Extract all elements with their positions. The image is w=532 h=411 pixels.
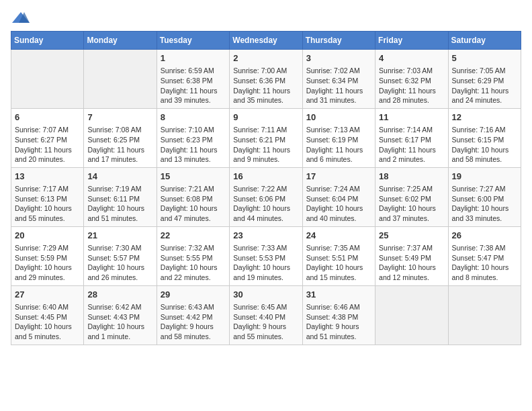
sunset-text: Sunset: 5:59 PM — [15, 253, 80, 263]
sunset-text: Sunset: 6:06 PM — [233, 194, 298, 204]
daylight-text: Daylight: 10 hours and 29 minutes. — [15, 263, 80, 282]
header-tuesday: Tuesday — [157, 32, 229, 50]
sunrise-text: Sunrise: 7:05 AM — [452, 66, 517, 76]
day-number: 28 — [87, 289, 152, 301]
sunrise-text: Sunrise: 7:25 AM — [379, 184, 444, 194]
daylight-text: Daylight: 11 hours and 28 minutes. — [379, 86, 444, 105]
day-number: 16 — [233, 171, 298, 183]
daylight-text: Daylight: 10 hours and 40 minutes. — [306, 203, 371, 223]
day-number: 19 — [452, 171, 517, 183]
sunset-text: Sunset: 4:43 PM — [87, 312, 152, 322]
calendar-cell — [84, 50, 157, 109]
sunrise-text: Sunrise: 7:35 AM — [306, 243, 371, 253]
sunrise-text: Sunrise: 7:02 AM — [306, 66, 371, 76]
daylight-text: Daylight: 11 hours and 13 minutes. — [161, 145, 226, 165]
sunrise-text: Sunrise: 7:08 AM — [87, 125, 152, 135]
header-saturday: Saturday — [448, 32, 521, 50]
daylight-text: Daylight: 10 hours and 26 minutes. — [87, 263, 152, 282]
calendar-week-2: 6Sunrise: 7:07 AMSunset: 6:27 PMDaylight… — [11, 108, 521, 167]
daylight-text: Daylight: 11 hours and 39 minutes. — [161, 86, 226, 105]
sunset-text: Sunset: 6:13 PM — [15, 194, 80, 204]
sunrise-text: Sunrise: 6:40 AM — [15, 302, 80, 312]
calendar-cell — [11, 50, 84, 109]
calendar-cell: 26Sunrise: 7:38 AMSunset: 5:47 PMDayligh… — [448, 226, 521, 285]
header-thursday: Thursday — [302, 32, 375, 50]
daylight-text: Daylight: 11 hours and 9 minutes. — [233, 145, 298, 165]
calendar-cell: 6Sunrise: 7:07 AMSunset: 6:27 PMDaylight… — [11, 108, 84, 167]
sunrise-text: Sunrise: 7:37 AM — [379, 243, 444, 253]
daylight-text: Daylight: 11 hours and 17 minutes. — [87, 145, 152, 165]
day-number: 11 — [379, 111, 444, 124]
day-number: 5 — [452, 52, 517, 64]
logo-icon — [11, 11, 31, 26]
sunset-text: Sunset: 5:55 PM — [161, 253, 226, 263]
page-header — [11, 11, 521, 26]
day-number: 18 — [379, 171, 444, 183]
calendar-cell: 23Sunrise: 7:33 AMSunset: 5:53 PMDayligh… — [230, 226, 302, 285]
day-number: 29 — [161, 289, 226, 301]
calendar-cell: 10Sunrise: 7:13 AMSunset: 6:19 PMDayligh… — [302, 108, 375, 167]
calendar-cell: 14Sunrise: 7:19 AMSunset: 6:11 PMDayligh… — [84, 167, 157, 226]
calendar-week-4: 20Sunrise: 7:29 AMSunset: 5:59 PMDayligh… — [11, 226, 521, 285]
day-number: 7 — [87, 111, 152, 124]
day-number: 31 — [306, 289, 371, 301]
daylight-text: Daylight: 11 hours and 20 minutes. — [15, 145, 80, 165]
sunrise-text: Sunrise: 7:27 AM — [452, 184, 517, 194]
sunset-text: Sunset: 6:08 PM — [161, 194, 226, 204]
sunset-text: Sunset: 4:40 PM — [233, 312, 298, 322]
sunset-text: Sunset: 6:15 PM — [452, 135, 517, 145]
sunrise-text: Sunrise: 7:29 AM — [15, 243, 80, 253]
daylight-text: Daylight: 10 hours and 33 minutes. — [452, 203, 517, 223]
sunrise-text: Sunrise: 7:38 AM — [452, 243, 517, 253]
day-number: 14 — [87, 171, 152, 183]
day-number: 21 — [87, 230, 152, 242]
sunset-text: Sunset: 6:21 PM — [233, 135, 298, 145]
calendar-cell: 13Sunrise: 7:17 AMSunset: 6:13 PMDayligh… — [11, 167, 84, 226]
calendar-cell: 27Sunrise: 6:40 AMSunset: 4:45 PMDayligh… — [11, 285, 84, 345]
calendar-cell: 22Sunrise: 7:32 AMSunset: 5:55 PMDayligh… — [157, 226, 229, 285]
sunrise-text: Sunrise: 7:19 AM — [87, 184, 152, 194]
sunset-text: Sunset: 6:23 PM — [161, 135, 226, 145]
daylight-text: Daylight: 11 hours and 24 minutes. — [452, 86, 517, 105]
sunset-text: Sunset: 6:32 PM — [379, 76, 444, 86]
sunset-text: Sunset: 6:00 PM — [452, 194, 517, 204]
calendar-cell: 19Sunrise: 7:27 AMSunset: 6:00 PMDayligh… — [448, 167, 521, 226]
calendar-cell: 7Sunrise: 7:08 AMSunset: 6:25 PMDaylight… — [84, 108, 157, 167]
calendar-week-3: 13Sunrise: 7:17 AMSunset: 6:13 PMDayligh… — [11, 167, 521, 226]
sunset-text: Sunset: 6:38 PM — [161, 76, 226, 86]
sunset-text: Sunset: 6:02 PM — [379, 194, 444, 204]
sunrise-text: Sunrise: 7:03 AM — [379, 66, 444, 76]
day-number: 8 — [161, 111, 226, 124]
daylight-text: Daylight: 10 hours and 47 minutes. — [161, 203, 226, 223]
daylight-text: Daylight: 11 hours and 6 minutes. — [306, 145, 371, 165]
day-number: 22 — [161, 230, 226, 242]
sunrise-text: Sunrise: 6:42 AM — [87, 302, 152, 312]
sunset-text: Sunset: 6:29 PM — [452, 76, 517, 86]
sunrise-text: Sunrise: 7:07 AM — [15, 125, 80, 135]
sunrise-text: Sunrise: 7:13 AM — [306, 125, 371, 135]
header-wednesday: Wednesday — [230, 32, 302, 50]
sunset-text: Sunset: 6:11 PM — [87, 194, 152, 204]
day-number: 10 — [306, 111, 371, 124]
sunset-text: Sunset: 5:51 PM — [306, 253, 371, 263]
calendar-cell — [448, 285, 521, 345]
day-number: 17 — [306, 171, 371, 183]
sunset-text: Sunset: 6:36 PM — [233, 76, 298, 86]
daylight-text: Daylight: 10 hours and 12 minutes. — [379, 263, 444, 282]
calendar-week-1: 1Sunrise: 6:59 AMSunset: 6:38 PMDaylight… — [11, 50, 521, 109]
calendar-cell — [375, 285, 448, 345]
day-number: 26 — [452, 230, 517, 242]
daylight-text: Daylight: 9 hours and 58 minutes. — [161, 322, 226, 341]
daylight-text: Daylight: 10 hours and 5 minutes. — [15, 322, 80, 341]
sunset-text: Sunset: 6:04 PM — [306, 194, 371, 204]
sunset-text: Sunset: 4:42 PM — [161, 312, 226, 322]
day-number: 27 — [15, 289, 80, 301]
sunset-text: Sunset: 4:38 PM — [306, 312, 371, 322]
sunset-text: Sunset: 6:34 PM — [306, 76, 371, 86]
day-number: 6 — [15, 111, 80, 124]
sunrise-text: Sunrise: 6:45 AM — [233, 302, 298, 312]
daylight-text: Daylight: 11 hours and 35 minutes. — [233, 86, 298, 105]
sunrise-text: Sunrise: 7:33 AM — [233, 243, 298, 253]
calendar-cell: 1Sunrise: 6:59 AMSunset: 6:38 PMDaylight… — [157, 50, 229, 109]
sunrise-text: Sunrise: 7:11 AM — [233, 125, 298, 135]
